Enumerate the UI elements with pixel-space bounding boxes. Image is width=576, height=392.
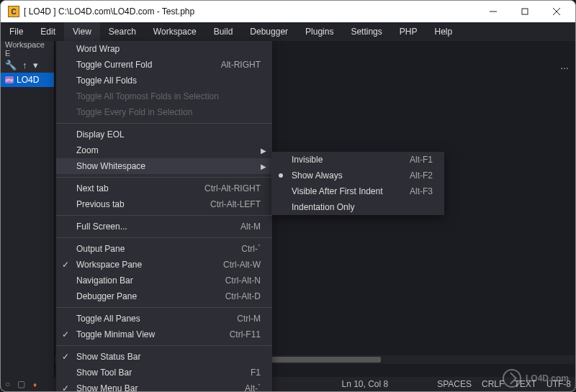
- status-line-ending[interactable]: CRLF: [482, 379, 504, 389]
- menu-item-label: Zoom: [76, 145, 99, 155]
- menu-item-label: Show Always: [292, 170, 343, 181]
- check-icon: ✓: [62, 260, 69, 270]
- file-tree-item[interactable]: php LO4D: [1, 73, 54, 87]
- menu-item-label: Toggle All Panes: [76, 314, 140, 324]
- menu-item-label: Show Menu Bar: [76, 383, 138, 392]
- window-controls: [477, 1, 572, 22]
- menu-edit[interactable]: Edit: [32, 22, 64, 41]
- menu-php[interactable]: PHP: [391, 22, 426, 41]
- menu-debugger[interactable]: Debugger: [241, 22, 297, 41]
- menu-plugins[interactable]: Plugins: [297, 22, 342, 41]
- php-file-icon: php: [5, 76, 14, 83]
- status-diamond-icon[interactable]: ⬧: [32, 379, 37, 389]
- submenu-arrow-icon: ▶: [261, 163, 266, 170]
- menu-item-shortcut: Alt-`: [245, 383, 261, 392]
- menu-item-label: Invisible: [292, 155, 323, 165]
- menu-settings[interactable]: Settings: [342, 22, 390, 41]
- menu-item-toggle-minimal-view[interactable]: ✓Toggle Minimal ViewCtrl-F11: [56, 327, 272, 342]
- app-icon: C: [8, 6, 19, 17]
- menu-item-show-status-bar[interactable]: ✓Show Status Bar: [56, 349, 272, 365]
- sidebar-toolbar: 🔧 ↑ ▾: [1, 57, 54, 73]
- show-whitespace-submenu: InvisibleAlt-F1Show AlwaysAlt-F2Visible …: [271, 152, 444, 215]
- status-square-icon[interactable]: ▢: [17, 379, 25, 389]
- menu-item-indentation-only[interactable]: Indentation Only: [271, 199, 444, 215]
- menu-separator: [56, 345, 272, 346]
- up-arrow-icon[interactable]: ↑: [22, 60, 27, 70]
- check-icon: ✓: [62, 383, 69, 392]
- menu-item-output-pane[interactable]: Output PaneCtrl-`: [56, 241, 272, 257]
- menu-item-shortcut: Ctrl-`: [241, 244, 261, 254]
- menu-item-toggle-all-panes[interactable]: Toggle All PanesCtrl-M: [56, 311, 272, 327]
- menu-item-label: Toggle All Topmost Folds in Selection: [76, 91, 219, 101]
- wrench-icon[interactable]: 🔧: [5, 60, 17, 70]
- menu-item-shortcut: Ctrl-Alt-D: [225, 291, 261, 301]
- editor-overflow-icon[interactable]: …: [557, 60, 572, 73]
- menu-item-label: Display EOL: [76, 129, 125, 140]
- status-encoding[interactable]: UTF-8: [546, 379, 571, 389]
- menu-item-shortcut: Alt-RIGHT: [221, 60, 261, 70]
- menu-item-show-always[interactable]: Show AlwaysAlt-F2: [271, 168, 444, 183]
- app-window: C [ LO4D ] C:\LO4D.com\LO4D.com - Test.p…: [0, 0, 576, 392]
- menu-build[interactable]: Build: [205, 22, 242, 41]
- menu-item-show-tool-bar[interactable]: Show Tool BarF1: [56, 365, 272, 380]
- menu-item-label: Debugger Pane: [76, 291, 137, 301]
- down-triangle-icon[interactable]: ▾: [33, 60, 38, 70]
- window-title: [ LO4D ] C:\LO4D.com\LO4D.com - Test.php: [24, 6, 477, 17]
- check-icon: ✓: [62, 352, 69, 362]
- sidebar: Workspace E 🔧 ↑ ▾ php LO4D: [1, 41, 55, 377]
- menu-item-label: Previous tab: [76, 199, 125, 209]
- menu-item-shortcut: Alt-M: [240, 222, 261, 232]
- status-position[interactable]: Ln 10, Col 8: [341, 379, 388, 389]
- sidebar-tab-workspace[interactable]: Workspace E: [1, 41, 54, 57]
- menu-item-shortcut: Ctrl-M: [237, 314, 261, 324]
- menu-separator: [56, 215, 272, 216]
- menu-item-next-tab[interactable]: Next tabCtrl-Alt-RIGHT: [56, 181, 272, 196]
- menu-item-display-eol[interactable]: Display EOL: [56, 127, 272, 142]
- menu-view[interactable]: View: [64, 22, 100, 41]
- menu-item-word-wrap[interactable]: Word Wrap: [56, 41, 272, 57]
- menu-item-label: Show Tool Bar: [76, 368, 132, 378]
- menu-item-navigation-bar[interactable]: Navigation BarCtrl-Alt-N: [56, 273, 272, 288]
- menu-item-toggle-every-fold-in-selection: Toggle Every Fold in Selection: [56, 104, 272, 120]
- menu-item-previous-tab[interactable]: Previous tabCtrl-Alt-LEFT: [56, 196, 272, 212]
- status-circle-icon[interactable]: ○: [5, 379, 10, 389]
- menu-item-debugger-pane[interactable]: Debugger PaneCtrl-Alt-D: [56, 288, 272, 304]
- menu-item-zoom[interactable]: Zoom▶: [56, 142, 272, 158]
- menu-item-shortcut: Alt-F1: [410, 155, 433, 165]
- close-button[interactable]: [541, 1, 572, 22]
- menu-item-label: Workspace Pane: [76, 260, 142, 270]
- svg-rect-1: [522, 9, 528, 14]
- maximize-button[interactable]: [509, 1, 541, 22]
- menu-item-label: Toggle Minimal View: [76, 329, 155, 339]
- menu-item-full-screen-[interactable]: Full Screen...Alt-M: [56, 219, 272, 234]
- menu-item-invisible[interactable]: InvisibleAlt-F1: [271, 152, 444, 168]
- menu-file[interactable]: File: [1, 22, 32, 41]
- menu-item-show-menu-bar[interactable]: ✓Show Menu BarAlt-`: [56, 380, 272, 392]
- menu-item-shortcut: Alt-F3: [410, 186, 433, 196]
- status-indent[interactable]: SPACES: [437, 379, 472, 389]
- menu-item-label: Word Wrap: [76, 44, 120, 54]
- menu-item-label: Visible After First Indent: [292, 186, 383, 196]
- menu-item-toggle-all-folds[interactable]: Toggle All Folds: [56, 73, 272, 88]
- minimize-button[interactable]: [477, 1, 509, 22]
- menu-item-toggle-current-fold[interactable]: Toggle Current FoldAlt-RIGHT: [56, 57, 272, 73]
- menu-item-label: Next tab: [76, 183, 109, 193]
- menu-help[interactable]: Help: [426, 22, 461, 41]
- status-syntax[interactable]: TEXT: [514, 379, 536, 389]
- menu-separator: [56, 177, 272, 178]
- submenu-arrow-icon: ▶: [261, 147, 266, 155]
- menu-item-shortcut: Ctrl-Alt-N: [225, 275, 261, 286]
- menu-item-visible-after-first-indent[interactable]: Visible After First IndentAlt-F3: [271, 183, 444, 199]
- menu-item-shortcut: F1: [251, 368, 261, 378]
- menu-search[interactable]: Search: [100, 22, 145, 41]
- menu-item-label: Show Whitespace: [76, 161, 145, 171]
- menu-item-workspace-pane[interactable]: ✓Workspace PaneCtrl-Alt-W: [56, 257, 272, 273]
- content-area: Workspace E 🔧 ↑ ▾ php LO4D PE html> lope…: [1, 41, 575, 377]
- menubar: FileEditViewSearchWorkspaceBuildDebugger…: [1, 22, 575, 41]
- menu-item-shortcut: Ctrl-Alt-RIGHT: [204, 183, 261, 193]
- menu-workspace[interactable]: Workspace: [145, 22, 205, 41]
- menu-item-label: Indentation Only: [292, 202, 354, 212]
- menu-item-show-whitespace[interactable]: Show Whitespace▶: [56, 158, 272, 174]
- menu-item-shortcut: Alt-F2: [410, 170, 433, 181]
- file-tree-item-label: LO4D: [17, 75, 39, 85]
